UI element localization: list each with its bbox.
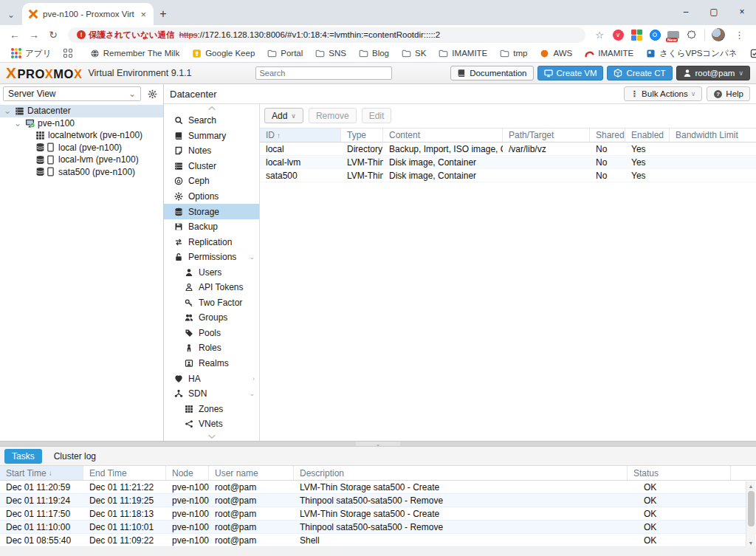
bookmark-item[interactable]: Portal bbox=[264, 47, 306, 60]
nav-item-users[interactable]: Users bbox=[164, 264, 259, 280]
new-tab-button[interactable]: + bbox=[154, 4, 173, 24]
bookmark-item[interactable]: SK bbox=[398, 47, 430, 60]
minimize-button[interactable]: – bbox=[672, 0, 700, 24]
nav-item-notes[interactable]: Notes bbox=[164, 143, 259, 159]
nav-item-storage[interactable]: Storage bbox=[164, 204, 259, 219]
nav-item-options[interactable]: Options bbox=[164, 189, 259, 205]
tree-item-local[interactable]: local (pve-n100) bbox=[0, 142, 163, 154]
bookmark-item[interactable]: tmp bbox=[496, 47, 531, 60]
nav-item-roles[interactable]: Roles bbox=[164, 340, 259, 356]
tasks-scrollbar[interactable]: ▲ ▼ bbox=[746, 481, 755, 547]
create-vm-button[interactable]: Create VM bbox=[537, 66, 604, 80]
bookmark-item[interactable]: IMAMITE bbox=[581, 47, 637, 60]
nav-item-zones[interactable]: Zones bbox=[164, 401, 259, 416]
tree-item-datacenter[interactable]: ⌄ Datacenter bbox=[0, 105, 163, 117]
nav-scroll-up-icon[interactable] bbox=[164, 104, 259, 113]
edit-button[interactable]: Edit bbox=[362, 108, 392, 123]
url-text[interactable]: https://172.16.128.130:8006/#v1:0:18:4:=… bbox=[179, 30, 441, 39]
task-row[interactable]: Dec 01 11:20:59Dec 01 11:21:22pve-n100ro… bbox=[0, 481, 756, 494]
tree-item-pve-n100[interactable]: ⌄ pve-n100 bbox=[0, 117, 163, 130]
tab-search-icon[interactable]: ⌄ bbox=[0, 4, 22, 25]
back-button[interactable]: ← bbox=[6, 27, 24, 43]
tree-item-localnetwork[interactable]: localnetwork (pve-n100) bbox=[0, 129, 163, 142]
table-row[interactable]: local-lvmLVM-ThinDisk image, ContainerNo… bbox=[260, 156, 756, 169]
nav-item-ha[interactable]: HA› bbox=[164, 371, 259, 386]
blue-circle-extension-icon[interactable] bbox=[649, 29, 661, 41]
close-button[interactable]: × bbox=[728, 0, 756, 24]
user-menu-button[interactable]: root@pam∨ bbox=[676, 66, 750, 80]
nav-item-groups[interactable]: Groups bbox=[164, 310, 259, 326]
not-secure-chip[interactable]: ! 保護されていない通信 bbox=[77, 30, 175, 41]
bookmark-item[interactable]: さくらVPSコンパネ bbox=[642, 47, 740, 61]
column-header-type[interactable]: Type bbox=[341, 128, 383, 142]
nav-item-realms[interactable]: Realms bbox=[164, 356, 259, 371]
create-ct-button[interactable]: Create CT bbox=[607, 66, 672, 80]
task-row[interactable]: Dec 01 11:10:00Dec 01 11:10:01pve-n100ro… bbox=[0, 521, 756, 534]
bookmark-item[interactable]: Google Keep bbox=[188, 47, 258, 60]
table-row[interactable]: sata500LVM-ThinDisk image, ContainerNoYe… bbox=[260, 169, 756, 182]
address-bar[interactable]: ! 保護されていない通信 https://172.16.128.130:8006… bbox=[68, 27, 585, 43]
profile-avatar[interactable] bbox=[712, 28, 725, 41]
forward-button[interactable]: → bbox=[25, 27, 43, 43]
documentation-button[interactable]: Documentation bbox=[450, 66, 533, 80]
view-selector[interactable]: Server View ⌄ bbox=[3, 86, 141, 101]
tree-item-sata500[interactable]: sata500 (pve-n100) bbox=[0, 166, 163, 179]
global-search-input[interactable] bbox=[255, 66, 392, 80]
nav-item-permissions[interactable]: Permissions⌄ bbox=[164, 250, 259, 265]
column-header-description[interactable]: Description bbox=[294, 466, 628, 480]
nav-scroll-down-icon[interactable] bbox=[164, 432, 259, 441]
task-row[interactable]: Dec 01 11:17:50Dec 01 11:18:13pve-n100ro… bbox=[0, 507, 756, 521]
add-button[interactable]: Add∨ bbox=[264, 108, 303, 123]
column-header-status[interactable]: Status bbox=[628, 466, 731, 480]
nav-item-ceph[interactable]: Ceph bbox=[164, 174, 259, 189]
tab-tasks[interactable]: Tasks bbox=[4, 449, 42, 464]
nav-item-pools[interactable]: Pools bbox=[164, 326, 259, 341]
chevron-right-icon[interactable]: › bbox=[252, 375, 255, 382]
chrome-menu-icon[interactable]: ⋮ bbox=[732, 30, 747, 41]
nav-item-backup[interactable]: Backup bbox=[164, 219, 259, 235]
nav-item-replication[interactable]: Replication bbox=[164, 234, 259, 250]
new-badge-extension-icon[interactable]: New bbox=[667, 29, 679, 41]
column-header-start-time[interactable]: Start Time↓ bbox=[0, 466, 83, 480]
bookmark-item[interactable]: Remember The Milk bbox=[86, 47, 183, 60]
nav-item-sdn[interactable]: SDN⌄ bbox=[164, 386, 259, 402]
column-header-node[interactable]: Node bbox=[166, 466, 209, 480]
column-header-end-time[interactable]: End Time bbox=[83, 466, 166, 480]
bookmark-item[interactable]: Blog bbox=[355, 47, 393, 60]
bookmark-item[interactable]: SNS bbox=[312, 47, 350, 60]
pocket-extension-icon[interactable]: v bbox=[612, 29, 624, 41]
chevron-down-icon[interactable]: ⌄ bbox=[249, 253, 255, 261]
column-header-path-target[interactable]: Path/Target bbox=[503, 128, 590, 142]
task-row[interactable]: Dec 01 11:19:24Dec 01 11:19:25pve-n100ro… bbox=[0, 494, 756, 507]
tree-settings-gear-icon[interactable] bbox=[144, 86, 160, 101]
tree-collapse-icon[interactable]: ⌄ bbox=[13, 118, 22, 128]
bookmark-star-icon[interactable]: ☆ bbox=[591, 30, 608, 41]
help-button[interactable]: ?Help bbox=[707, 86, 750, 101]
reload-button[interactable]: ↻ bbox=[44, 27, 62, 43]
column-header-content[interactable]: Content bbox=[383, 128, 503, 142]
extensions-puzzle-icon[interactable] bbox=[686, 29, 698, 41]
nav-item-vnets[interactable]: VNets bbox=[164, 416, 259, 432]
grid-bookmark[interactable] bbox=[60, 47, 76, 59]
tree-collapse-icon[interactable]: ⌄ bbox=[3, 106, 12, 116]
apps-shortcut[interactable]: アプリ bbox=[7, 47, 55, 61]
tab-cluster-log[interactable]: Cluster log bbox=[47, 449, 103, 464]
column-header-shared[interactable]: Shared bbox=[590, 128, 625, 142]
bookmark-item[interactable]: IMAMITE bbox=[435, 47, 491, 60]
nav-item-two-factor[interactable]: Two Factor bbox=[164, 295, 259, 311]
bookmark-item[interactable]: お名前.com bbox=[746, 47, 756, 61]
column-header-bandwidth-limit[interactable]: Bandwidth Limit bbox=[670, 128, 756, 142]
splitter-handle[interactable]: ⌄ bbox=[356, 442, 400, 446]
tab-close-icon[interactable]: × bbox=[139, 9, 148, 20]
bookmark-item[interactable]: AWS bbox=[536, 47, 576, 60]
nav-item-search[interactable]: Search bbox=[164, 113, 259, 128]
remove-button[interactable]: Remove bbox=[309, 108, 357, 123]
chevron-down-icon[interactable]: ⌄ bbox=[249, 390, 255, 397]
scroll-up-arrow-icon[interactable]: ▲ bbox=[749, 481, 754, 490]
nav-item-api-tokens[interactable]: API Tokens bbox=[164, 280, 259, 295]
column-header-enabled[interactable]: Enabled bbox=[625, 128, 670, 142]
panel-splitter[interactable]: ⌄ bbox=[0, 441, 756, 447]
task-row[interactable]: Dec 01 08:55:40Dec 01 11:09:22pve-n100ro… bbox=[0, 534, 756, 547]
column-header-id[interactable]: ID↑ bbox=[260, 128, 341, 142]
colorful-extension-icon[interactable] bbox=[630, 29, 642, 41]
